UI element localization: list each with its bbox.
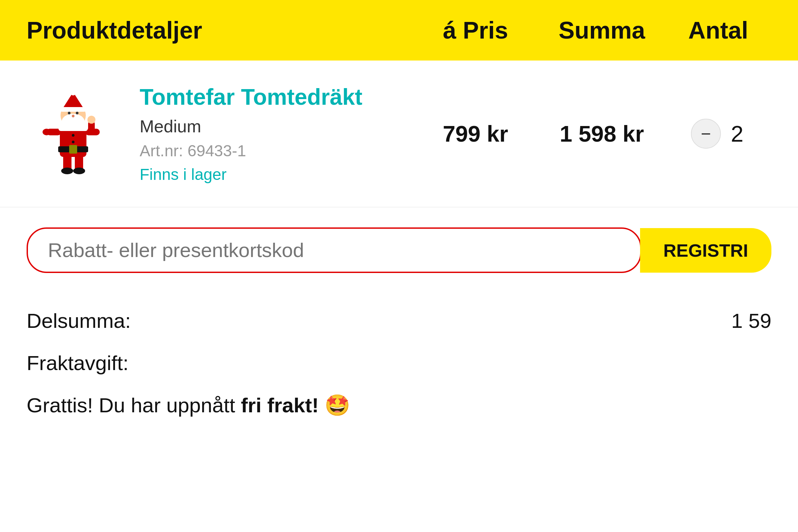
free-shipping-row: Grattis! Du har uppnått fri frakt! 🤩: [26, 384, 772, 426]
product-variant: Medium: [140, 116, 412, 136]
svg-point-23: [72, 141, 75, 143]
svg-rect-19: [60, 107, 87, 112]
discount-input[interactable]: [48, 239, 620, 262]
product-details: Tomtefar Tomtedräkt Medium Art.nr: 69433…: [120, 84, 412, 184]
svg-rect-21: [58, 126, 88, 131]
table-header: Produktdetaljer á Pris Summa Antal: [0, 0, 798, 60]
fraktavgift-label: Fraktavgift:: [26, 351, 129, 375]
svg-point-6: [73, 168, 85, 174]
svg-point-5: [61, 168, 73, 174]
product-row: Tomtefar Tomtedräkt Medium Art.nr: 69433…: [0, 60, 798, 208]
header-summa: Summa: [539, 17, 665, 44]
svg-rect-2: [69, 145, 77, 154]
svg-point-22: [72, 134, 75, 137]
svg-point-17: [76, 112, 78, 114]
delsumma-row: Delsumma: 1 59: [26, 300, 772, 342]
quantity-controls: − 2: [665, 119, 772, 149]
product-unit-price: 799 kr: [412, 121, 539, 147]
product-name: Tomtefar Tomtedräkt: [140, 84, 412, 110]
header-apris: á Pris: [412, 17, 539, 44]
discount-section: REGISTRI: [0, 208, 798, 286]
free-shipping-bold: fri frakt!: [241, 394, 319, 417]
product-image-area: [26, 91, 120, 177]
delsumma-value: 1 59: [731, 309, 772, 332]
svg-point-11: [88, 116, 95, 124]
summary-section: Delsumma: 1 59 Fraktavgift: Grattis! Du …: [0, 286, 798, 440]
product-stock: Finns i lager: [140, 165, 412, 184]
register-button[interactable]: REGISTRI: [640, 228, 772, 273]
svg-point-9: [42, 129, 51, 135]
quantity-decrease-button[interactable]: −: [691, 119, 721, 149]
page-wrapper: Produktdetaljer á Pris Summa Antal: [0, 0, 798, 532]
delsumma-label: Delsumma:: [26, 309, 131, 332]
discount-input-wrapper: [26, 227, 641, 273]
svg-point-18: [72, 115, 75, 117]
header-produktdetaljer: Produktdetaljer: [26, 17, 412, 44]
fraktavgift-row: Fraktavgift:: [26, 342, 772, 384]
free-shipping-text: Grattis! Du har uppnått fri frakt! 🤩: [26, 394, 350, 417]
header-antal: Antal: [665, 17, 772, 44]
product-image-santa: [40, 91, 107, 177]
quantity-value: 2: [729, 121, 745, 147]
product-total-price: 1 598 kr: [539, 121, 665, 147]
svg-point-16: [68, 112, 71, 114]
product-artnr: Art.nr: 69433-1: [140, 141, 412, 160]
svg-point-20: [71, 91, 76, 95]
